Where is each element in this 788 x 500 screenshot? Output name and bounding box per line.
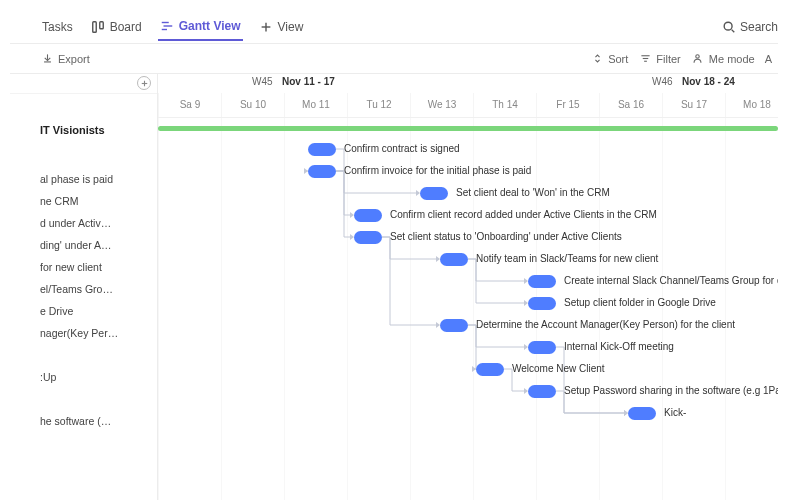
list-item[interactable]: al phase is paid xyxy=(10,168,157,190)
svg-line-8 xyxy=(732,29,735,32)
day-column-header: Sa 16 xyxy=(599,93,662,117)
gantt-main: IT Visionists al phase is paidne CRMd un… xyxy=(10,74,778,500)
gantt-bar[interactable] xyxy=(354,231,382,244)
assignee-initial: A xyxy=(765,53,772,65)
list-item[interactable]: nager(Key Per… xyxy=(10,322,157,344)
timeline-body: Confirm contract is signedConfirm invoic… xyxy=(158,118,778,500)
gantt-bar[interactable] xyxy=(628,407,656,420)
filter-label: Filter xyxy=(656,53,680,65)
task-list: al phase is paidne CRMd under Activ…ding… xyxy=(10,146,157,432)
gantt-bar-label: Determine the Account Manager(Key Person… xyxy=(476,319,735,330)
gantt-timeline[interactable]: W45Nov 11 - 17W46Nov 18 - 24 Sa 9Su 10Mo… xyxy=(158,74,778,500)
search-button[interactable]: Search xyxy=(722,20,778,34)
gantt-bar-label: Notify team in Slack/Teams for new clien… xyxy=(476,253,658,264)
export-label: Export xyxy=(58,53,90,65)
week-code: W46 xyxy=(652,76,673,87)
tab-board-label: Board xyxy=(110,20,142,34)
list-item[interactable] xyxy=(10,344,157,366)
tab-gantt[interactable]: Gantt View xyxy=(158,13,243,41)
day-column-header: Fr 15 xyxy=(536,93,599,117)
tab-gantt-label: Gantt View xyxy=(179,19,241,33)
person-icon xyxy=(691,52,705,66)
day-column-header: Su 17 xyxy=(662,93,725,117)
list-item[interactable]: ne CRM xyxy=(10,190,157,212)
add-task-button[interactable] xyxy=(137,76,151,90)
gantt-bar-label: Welcome New Client xyxy=(512,363,605,374)
day-column-header: Tu 12 xyxy=(347,93,410,117)
gantt-bar[interactable] xyxy=(308,165,336,178)
list-item[interactable]: :Up xyxy=(10,366,157,388)
day-column-header: Th 14 xyxy=(473,93,536,117)
gantt-bar-label: Confirm invoice for the initial phase is… xyxy=(344,165,531,176)
board-icon xyxy=(91,20,105,34)
sort-label: Sort xyxy=(608,53,628,65)
week-range: Nov 18 - 24 xyxy=(682,76,735,87)
gantt-bar[interactable] xyxy=(440,319,468,332)
assignee-button[interactable]: A xyxy=(765,53,772,65)
svg-rect-0 xyxy=(92,21,96,32)
gantt-bar[interactable] xyxy=(528,275,556,288)
tab-tasks[interactable]: Tasks xyxy=(40,14,75,40)
gantt-bar[interactable] xyxy=(476,363,504,376)
gantt-bar-label: Kick- xyxy=(664,407,686,418)
gantt-bar-label: Set client deal to 'Won' in the CRM xyxy=(456,187,610,198)
task-list-sidebar: IT Visionists al phase is paidne CRMd un… xyxy=(10,74,158,500)
timeline-header: W45Nov 11 - 17W46Nov 18 - 24 Sa 9Su 10Mo… xyxy=(158,74,778,118)
gantt-bar-label: Confirm contract is signed xyxy=(344,143,460,154)
tab-tasks-label: Tasks xyxy=(42,20,73,34)
list-item[interactable]: e Drive xyxy=(10,300,157,322)
gantt-icon xyxy=(160,19,174,33)
view-tabs-row: Tasks Board Gantt View View Search xyxy=(10,10,778,44)
plus-icon xyxy=(259,20,273,34)
week-code: W45 xyxy=(252,76,273,87)
gantt-bar-label: Set client status to 'Onboarding' under … xyxy=(390,231,622,242)
tab-board[interactable]: Board xyxy=(89,14,144,40)
day-column-header: Mo 18 xyxy=(725,93,778,117)
day-column-header: Su 10 xyxy=(221,93,284,117)
search-label: Search xyxy=(740,20,778,34)
gantt-bar-label: Confirm client record added under Active… xyxy=(390,209,657,220)
sort-button[interactable]: Sort xyxy=(590,52,628,66)
gantt-bar[interactable] xyxy=(420,187,448,200)
plus-icon xyxy=(138,76,150,90)
list-item[interactable]: for new client xyxy=(10,256,157,278)
add-view-label: View xyxy=(278,20,304,34)
gantt-bars-container: Confirm contract is signedConfirm invoic… xyxy=(158,140,778,426)
sort-icon xyxy=(590,52,604,66)
week-range: Nov 11 - 17 xyxy=(282,76,335,87)
list-item[interactable] xyxy=(10,388,157,410)
gantt-bar-label: Internal Kick-Off meeting xyxy=(564,341,674,352)
gantt-bar[interactable] xyxy=(308,143,336,156)
gantt-bar-label: Setup client folder in Google Drive xyxy=(564,297,716,308)
filter-button[interactable]: Filter xyxy=(638,52,680,66)
svg-point-7 xyxy=(724,22,732,30)
days-row: Sa 9Su 10Mo 11Tu 12We 13Th 14Fr 15Sa 16S… xyxy=(158,93,778,117)
gantt-bar[interactable] xyxy=(440,253,468,266)
gantt-bar[interactable] xyxy=(528,341,556,354)
download-icon xyxy=(40,52,54,66)
gantt-bar[interactable] xyxy=(528,297,556,310)
list-item[interactable]: ding' under A… xyxy=(10,234,157,256)
list-item[interactable]: d under Activ… xyxy=(10,212,157,234)
day-column-header: We 13 xyxy=(410,93,473,117)
day-column-header: Mo 11 xyxy=(284,93,347,117)
add-view-button[interactable]: View xyxy=(257,14,306,40)
export-button[interactable]: Export xyxy=(40,52,90,66)
project-summary-bar[interactable] xyxy=(158,126,778,131)
list-item[interactable] xyxy=(10,146,157,168)
filter-icon xyxy=(638,52,652,66)
search-icon xyxy=(722,20,736,34)
gantt-bar[interactable] xyxy=(354,209,382,222)
gantt-bar-label: Create internal Slack Channel/Teams Grou… xyxy=(564,275,778,286)
list-item[interactable]: he software (… xyxy=(10,410,157,432)
list-item[interactable]: el/Teams Gro… xyxy=(10,278,157,300)
me-mode-button[interactable]: Me mode xyxy=(691,52,755,66)
me-mode-label: Me mode xyxy=(709,53,755,65)
project-title: IT Visionists xyxy=(10,118,157,146)
toolbar-row: Export Sort Filter Me mode A xyxy=(10,44,778,74)
gantt-bar[interactable] xyxy=(528,385,556,398)
sidebar-header xyxy=(10,74,157,94)
svg-rect-1 xyxy=(99,21,103,28)
svg-point-14 xyxy=(696,55,699,58)
day-column-header: Sa 9 xyxy=(158,93,221,117)
